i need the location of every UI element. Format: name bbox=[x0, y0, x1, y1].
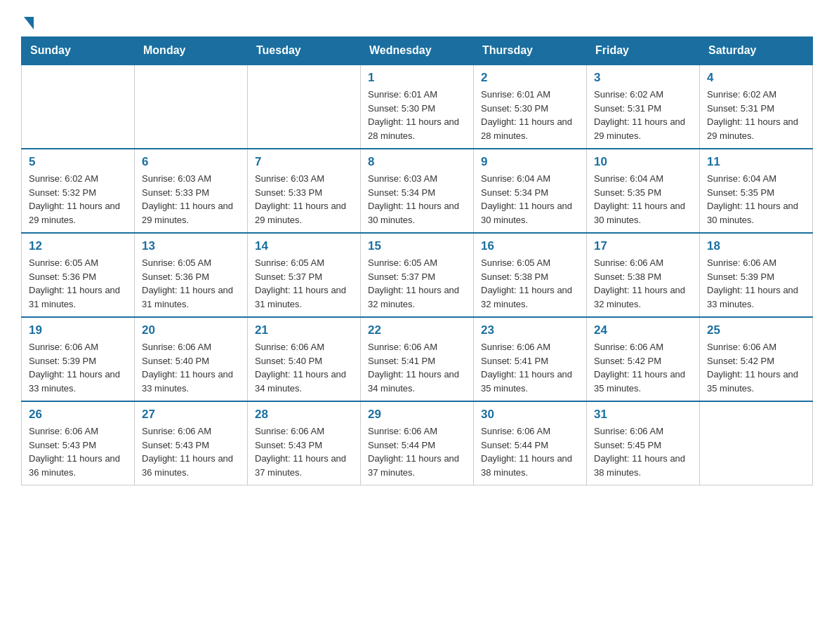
day-info: Sunrise: 6:06 AM Sunset: 5:40 PM Dayligh… bbox=[255, 340, 353, 395]
calendar-cell: 18Sunrise: 6:06 AM Sunset: 5:39 PM Dayli… bbox=[700, 233, 813, 317]
week-row-5: 26Sunrise: 6:06 AM Sunset: 5:43 PM Dayli… bbox=[22, 401, 813, 485]
day-number: 1 bbox=[368, 71, 466, 85]
calendar-cell: 26Sunrise: 6:06 AM Sunset: 5:43 PM Dayli… bbox=[22, 401, 135, 485]
day-number: 7 bbox=[255, 155, 353, 169]
day-info: Sunrise: 6:04 AM Sunset: 5:35 PM Dayligh… bbox=[707, 172, 805, 227]
calendar-cell: 12Sunrise: 6:05 AM Sunset: 5:36 PM Dayli… bbox=[22, 233, 135, 317]
day-info: Sunrise: 6:06 AM Sunset: 5:39 PM Dayligh… bbox=[29, 340, 127, 395]
week-row-3: 12Sunrise: 6:05 AM Sunset: 5:36 PM Dayli… bbox=[22, 233, 813, 317]
day-info: Sunrise: 6:02 AM Sunset: 5:31 PM Dayligh… bbox=[707, 88, 805, 142]
day-info: Sunrise: 6:06 AM Sunset: 5:41 PM Dayligh… bbox=[368, 340, 466, 395]
calendar-cell: 20Sunrise: 6:06 AM Sunset: 5:40 PM Dayli… bbox=[135, 317, 248, 401]
calendar-cell: 6Sunrise: 6:03 AM Sunset: 5:33 PM Daylig… bbox=[135, 149, 248, 233]
day-number: 4 bbox=[707, 71, 805, 85]
day-info: Sunrise: 6:06 AM Sunset: 5:44 PM Dayligh… bbox=[368, 424, 466, 479]
day-number: 21 bbox=[255, 323, 353, 337]
calendar-cell: 28Sunrise: 6:06 AM Sunset: 5:43 PM Dayli… bbox=[248, 401, 361, 485]
week-row-1: 1Sunrise: 6:01 AM Sunset: 5:30 PM Daylig… bbox=[22, 65, 813, 149]
day-number: 12 bbox=[29, 239, 127, 253]
day-info: Sunrise: 6:06 AM Sunset: 5:42 PM Dayligh… bbox=[707, 340, 805, 395]
calendar-cell: 29Sunrise: 6:06 AM Sunset: 5:44 PM Dayli… bbox=[361, 401, 474, 485]
day-number: 28 bbox=[255, 408, 353, 422]
day-info: Sunrise: 6:01 AM Sunset: 5:30 PM Dayligh… bbox=[481, 88, 579, 142]
calendar-cell: 5Sunrise: 6:02 AM Sunset: 5:32 PM Daylig… bbox=[22, 149, 135, 233]
calendar-cell: 23Sunrise: 6:06 AM Sunset: 5:41 PM Dayli… bbox=[474, 317, 587, 401]
day-number: 15 bbox=[368, 239, 466, 253]
calendar-cell bbox=[248, 65, 361, 149]
day-info: Sunrise: 6:04 AM Sunset: 5:35 PM Dayligh… bbox=[594, 172, 692, 227]
calendar-cell: 27Sunrise: 6:06 AM Sunset: 5:43 PM Dayli… bbox=[135, 401, 248, 485]
day-number: 23 bbox=[481, 323, 579, 337]
day-number: 13 bbox=[142, 239, 240, 253]
calendar-cell: 3Sunrise: 6:02 AM Sunset: 5:31 PM Daylig… bbox=[587, 65, 700, 149]
day-number: 18 bbox=[707, 239, 805, 253]
day-number: 17 bbox=[594, 239, 692, 253]
day-number: 25 bbox=[707, 323, 805, 337]
day-number: 20 bbox=[142, 323, 240, 337]
calendar-cell: 31Sunrise: 6:06 AM Sunset: 5:45 PM Dayli… bbox=[587, 401, 700, 485]
day-number: 27 bbox=[142, 408, 240, 422]
calendar-cell bbox=[22, 65, 135, 149]
calendar-cell: 7Sunrise: 6:03 AM Sunset: 5:33 PM Daylig… bbox=[248, 149, 361, 233]
day-number: 11 bbox=[707, 155, 805, 169]
calendar-cell bbox=[700, 401, 813, 485]
day-info: Sunrise: 6:05 AM Sunset: 5:37 PM Dayligh… bbox=[368, 256, 466, 311]
day-info: Sunrise: 6:06 AM Sunset: 5:45 PM Dayligh… bbox=[594, 424, 692, 479]
weekday-header-saturday: Saturday bbox=[700, 37, 813, 65]
day-info: Sunrise: 6:06 AM Sunset: 5:41 PM Dayligh… bbox=[481, 340, 579, 395]
day-info: Sunrise: 6:02 AM Sunset: 5:31 PM Dayligh… bbox=[594, 88, 692, 142]
day-number: 8 bbox=[368, 155, 466, 169]
calendar-cell: 17Sunrise: 6:06 AM Sunset: 5:38 PM Dayli… bbox=[587, 233, 700, 317]
day-number: 3 bbox=[594, 71, 692, 85]
calendar-cell: 11Sunrise: 6:04 AM Sunset: 5:35 PM Dayli… bbox=[700, 149, 813, 233]
day-number: 2 bbox=[481, 71, 579, 85]
day-number: 31 bbox=[594, 408, 692, 422]
calendar-cell: 9Sunrise: 6:04 AM Sunset: 5:34 PM Daylig… bbox=[474, 149, 587, 233]
day-number: 10 bbox=[594, 155, 692, 169]
day-number: 16 bbox=[481, 239, 579, 253]
calendar-cell: 14Sunrise: 6:05 AM Sunset: 5:37 PM Dayli… bbox=[248, 233, 361, 317]
calendar-cell: 10Sunrise: 6:04 AM Sunset: 5:35 PM Dayli… bbox=[587, 149, 700, 233]
calendar-cell: 25Sunrise: 6:06 AM Sunset: 5:42 PM Dayli… bbox=[700, 317, 813, 401]
day-info: Sunrise: 6:06 AM Sunset: 5:43 PM Dayligh… bbox=[142, 424, 240, 479]
day-info: Sunrise: 6:02 AM Sunset: 5:32 PM Dayligh… bbox=[29, 172, 127, 227]
calendar-cell: 1Sunrise: 6:01 AM Sunset: 5:30 PM Daylig… bbox=[361, 65, 474, 149]
day-number: 5 bbox=[29, 155, 127, 169]
calendar-cell: 30Sunrise: 6:06 AM Sunset: 5:44 PM Dayli… bbox=[474, 401, 587, 485]
day-info: Sunrise: 6:06 AM Sunset: 5:38 PM Dayligh… bbox=[594, 256, 692, 311]
calendar-cell bbox=[135, 65, 248, 149]
day-number: 19 bbox=[29, 323, 127, 337]
day-number: 9 bbox=[481, 155, 579, 169]
day-number: 6 bbox=[142, 155, 240, 169]
calendar-cell: 13Sunrise: 6:05 AM Sunset: 5:36 PM Dayli… bbox=[135, 233, 248, 317]
day-info: Sunrise: 6:05 AM Sunset: 5:37 PM Dayligh… bbox=[255, 256, 353, 311]
weekday-header-friday: Friday bbox=[587, 37, 700, 65]
day-info: Sunrise: 6:03 AM Sunset: 5:33 PM Dayligh… bbox=[142, 172, 240, 227]
calendar-cell: 22Sunrise: 6:06 AM Sunset: 5:41 PM Dayli… bbox=[361, 317, 474, 401]
day-info: Sunrise: 6:06 AM Sunset: 5:39 PM Dayligh… bbox=[707, 256, 805, 311]
day-info: Sunrise: 6:06 AM Sunset: 5:44 PM Dayligh… bbox=[481, 424, 579, 479]
weekday-header-tuesday: Tuesday bbox=[248, 37, 361, 65]
calendar-cell: 16Sunrise: 6:05 AM Sunset: 5:38 PM Dayli… bbox=[474, 233, 587, 317]
weekday-header-sunday: Sunday bbox=[22, 37, 135, 65]
day-info: Sunrise: 6:03 AM Sunset: 5:34 PM Dayligh… bbox=[368, 172, 466, 227]
day-info: Sunrise: 6:06 AM Sunset: 5:42 PM Dayligh… bbox=[594, 340, 692, 395]
weekday-header-thursday: Thursday bbox=[474, 37, 587, 65]
weekday-header-monday: Monday bbox=[135, 37, 248, 65]
calendar-cell: 19Sunrise: 6:06 AM Sunset: 5:39 PM Dayli… bbox=[22, 317, 135, 401]
day-number: 30 bbox=[481, 408, 579, 422]
calendar-cell: 15Sunrise: 6:05 AM Sunset: 5:37 PM Dayli… bbox=[361, 233, 474, 317]
logo bbox=[21, 14, 34, 29]
day-info: Sunrise: 6:06 AM Sunset: 5:43 PM Dayligh… bbox=[29, 424, 127, 479]
calendar-cell: 21Sunrise: 6:06 AM Sunset: 5:40 PM Dayli… bbox=[248, 317, 361, 401]
day-info: Sunrise: 6:04 AM Sunset: 5:34 PM Dayligh… bbox=[481, 172, 579, 227]
calendar-table: SundayMondayTuesdayWednesdayThursdayFrid… bbox=[21, 36, 813, 485]
day-info: Sunrise: 6:06 AM Sunset: 5:43 PM Dayligh… bbox=[255, 424, 353, 479]
logo-arrow-icon bbox=[24, 17, 34, 29]
calendar-cell: 8Sunrise: 6:03 AM Sunset: 5:34 PM Daylig… bbox=[361, 149, 474, 233]
calendar-cell: 2Sunrise: 6:01 AM Sunset: 5:30 PM Daylig… bbox=[474, 65, 587, 149]
weekday-header-row: SundayMondayTuesdayWednesdayThursdayFrid… bbox=[22, 37, 813, 65]
day-number: 29 bbox=[368, 408, 466, 422]
day-info: Sunrise: 6:05 AM Sunset: 5:38 PM Dayligh… bbox=[481, 256, 579, 311]
day-info: Sunrise: 6:06 AM Sunset: 5:40 PM Dayligh… bbox=[142, 340, 240, 395]
